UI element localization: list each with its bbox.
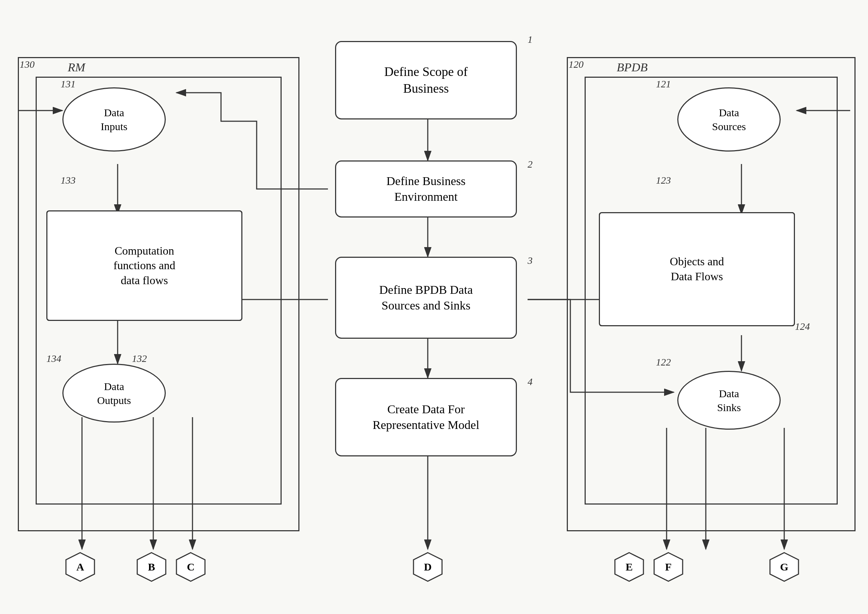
create-data-box: Create Data ForRepresentative Model — [335, 378, 517, 456]
label-121: 121 — [656, 78, 671, 90]
data-inputs-oval: DataInputs — [62, 87, 166, 152]
data-sinks-oval: DataSinks — [677, 371, 781, 429]
connector-B: B — [135, 551, 167, 583]
label-133: 133 — [60, 175, 76, 186]
define-scope-box: Define Scope ofBusiness — [335, 41, 517, 119]
objects-dashed — [599, 212, 795, 326]
label-130: 130 — [20, 59, 34, 70]
label-132: 132 — [132, 353, 147, 364]
connector-G: G — [768, 551, 800, 583]
connector-C: C — [175, 551, 207, 583]
bpdb-label: BPDB — [617, 60, 648, 74]
connector-F: F — [653, 551, 684, 583]
define-bpdb-box: Define BPDB DataSources and Sinks — [335, 257, 517, 339]
label-4: 4 — [528, 376, 533, 388]
define-biz-env-box: Define BusinessEnvironment — [335, 160, 517, 217]
label-2: 2 — [528, 159, 533, 170]
rm-label: RM — [68, 60, 85, 74]
label-3: 3 — [528, 255, 533, 266]
data-outputs-oval: DataOutputs — [62, 364, 166, 423]
label-120: 120 — [569, 59, 584, 70]
label-1: 1 — [528, 34, 533, 45]
data-sources-oval: DataSources — [677, 87, 781, 152]
computation-dashed — [46, 210, 242, 321]
label-131: 131 — [60, 78, 76, 90]
diagram: 1 Define Scope ofBusiness 2 Define Busin… — [0, 0, 868, 614]
label-134: 134 — [46, 353, 61, 364]
label-122: 122 — [656, 357, 671, 368]
connector-D: D — [412, 551, 444, 583]
label-124: 124 — [795, 321, 810, 332]
label-123: 123 — [656, 175, 671, 186]
connector-A: A — [64, 551, 96, 583]
connector-E: E — [613, 551, 645, 583]
